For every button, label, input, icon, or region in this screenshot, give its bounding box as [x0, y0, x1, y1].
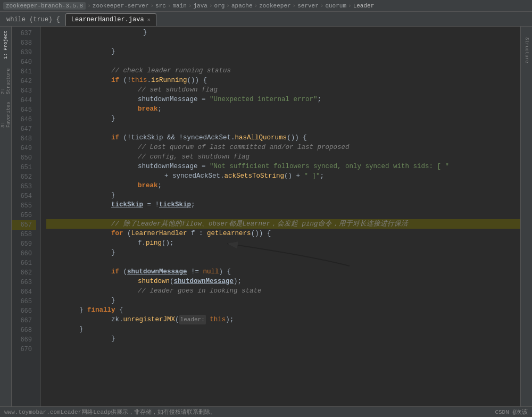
status-left: www.toymobar.comLeader网络Leadp供展示，非存储，如有侵…	[4, 408, 216, 416]
breadcrumb-main[interactable]: main	[173, 3, 187, 9]
code-context-label: while (true) {	[2, 13, 64, 26]
breadcrumb-zookeeper[interactable]: zookeeper	[259, 3, 290, 9]
breadcrumb-src[interactable]: src	[155, 3, 166, 9]
code-line-652: + syncedAckSet.ackSetsToString() + " ]";	[46, 171, 520, 181]
code-line-658: for (LearnerHandler f : getLearners()) {	[46, 229, 520, 238]
code-line-641: // check leader running status	[46, 66, 520, 76]
tab-bar: while (true) { LearnerHandler.java ✕	[0, 12, 532, 27]
code-line-655: tickSkip = !tickSkip;	[46, 200, 520, 210]
tab-label: LearnerHandler.java	[71, 16, 144, 23]
code-line-646: }	[46, 114, 520, 123]
code-line-662: if (shutdownMessage != null) {	[46, 267, 520, 277]
code-line-668: }	[46, 324, 520, 334]
code-line-654: }	[46, 190, 520, 200]
code-line-639: }	[46, 47, 520, 56]
code-line-643: // set shutdown flag	[46, 85, 520, 95]
code-line-637: }	[46, 28, 520, 37]
code-line-666: } finally {	[46, 305, 520, 315]
editor-area: 637 638 639 640 641 642 643 644 645 646 …	[12, 27, 520, 406]
right-sidebar: Structure	[520, 27, 532, 406]
while-context: while (true) {	[6, 16, 60, 23]
code-line-647	[46, 123, 520, 133]
code-line-656	[46, 210, 520, 219]
breadcrumb-java[interactable]: java	[194, 3, 207, 9]
code-line-664: // leader goes in looking state	[46, 286, 520, 296]
sidebar-right-structure[interactable]: Structure	[522, 29, 531, 71]
code-line-649: // Lost quorum of last committed and/or …	[46, 143, 520, 152]
sidebar-item-project[interactable]: 1: Project	[1, 29, 11, 61]
code-line-659: f.ping();	[46, 238, 520, 248]
code-line-648: if (!tickSkip && !syncedAckSet.hasAllQuo…	[46, 133, 520, 143]
breadcrumb-org[interactable]: org	[214, 3, 225, 9]
sidebar-item-favorites[interactable]: 3: Favorites	[1, 96, 11, 128]
code-line-665: }	[46, 296, 520, 305]
code-line-642: if (!this.isRunning()) {	[46, 76, 520, 85]
status-right: CSDN @次该	[495, 408, 528, 416]
code-line-663: shutdown(shutdownMessage);	[46, 277, 520, 286]
line-numbers: 637 638 639 640 641 642 643 644 645 646 …	[12, 27, 41, 406]
code-line-669: }	[46, 334, 520, 344]
code-line-661	[46, 257, 520, 267]
code-editor[interactable]: } } // check leader running status if (!…	[41, 27, 520, 406]
code-line-644: shutdownMessage = "Unexpected internal e…	[46, 95, 520, 104]
breadcrumb-quorum[interactable]: quorum	[325, 3, 346, 9]
breadcrumb-project[interactable]: zookeeper-branch-3.5.8	[3, 2, 86, 10]
tab-learnerhandler[interactable]: LearnerHandler.java ✕	[65, 13, 156, 26]
code-line-670	[46, 344, 520, 353]
code-line-660: }	[46, 248, 520, 257]
code-line-653: break;	[46, 181, 520, 190]
code-line-651: shutdownMessage = "Not sufficient follow…	[46, 162, 520, 171]
code-line-650: // config, set shutdown flag	[46, 152, 520, 162]
breadcrumb-apache[interactable]: apache	[231, 3, 253, 9]
tab-close-icon[interactable]: ✕	[147, 16, 151, 23]
code-line-640	[46, 56, 520, 66]
breadcrumb-leader[interactable]: Leader	[353, 3, 375, 9]
left-sidebar: 1: Project 2: Structure 3: Favorites	[0, 27, 12, 406]
status-bar: www.toymobar.comLeader网络Leadp供展示，非存储，如有侵…	[0, 406, 532, 417]
code-line-645: break;	[46, 104, 520, 114]
breadcrumb: zookeeper-branch-3.5.8 › zookeeper-serve…	[0, 0, 532, 12]
breadcrumb-server2[interactable]: server	[297, 3, 319, 9]
sidebar-item-structure[interactable]: 2: Structure	[1, 62, 11, 94]
code-line-667: zk.unregisterJMX(leader: this);	[46, 315, 520, 324]
code-line-657: // 除了Leader其他的fllow、obser都是Learner，会发起 p…	[46, 219, 520, 229]
breadcrumb-server[interactable]: zookeeper-server	[93, 3, 149, 9]
code-line-638	[46, 37, 520, 47]
